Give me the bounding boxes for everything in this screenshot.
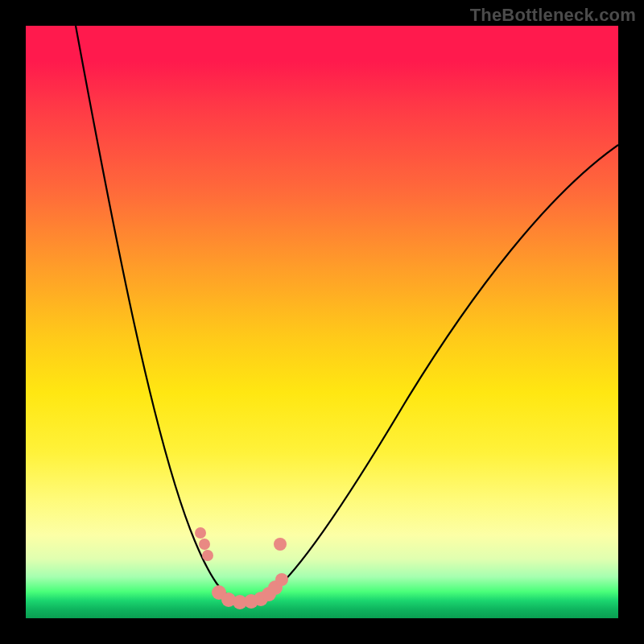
- data-marker: [199, 539, 210, 550]
- chart-svg: [26, 26, 618, 618]
- marker-group: [195, 527, 288, 609]
- watermark-text: TheBottleneck.com: [470, 5, 636, 26]
- chart-frame: TheBottleneck.com: [0, 0, 644, 644]
- curve-right: [237, 145, 618, 601]
- chart-plot-area: [26, 26, 618, 618]
- curve-left: [76, 26, 237, 601]
- data-marker: [274, 538, 287, 551]
- curve-group: [76, 26, 618, 601]
- data-marker: [195, 527, 206, 539]
- data-marker: [275, 573, 288, 586]
- data-marker: [202, 550, 213, 561]
